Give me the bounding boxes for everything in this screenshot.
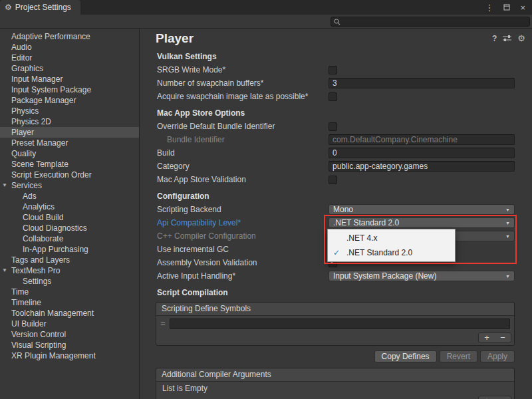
sidebar-item-settings[interactable]: Settings [0, 276, 139, 287]
sidebar-item-collaborate[interactable]: Collaborate [0, 233, 139, 244]
sidebar-item-label: Timeline [11, 298, 41, 307]
setting-row: Number of swapchain buffers* [140, 76, 532, 90]
active-input-dropdown[interactable]: Input System Package (New) ▼ [329, 271, 515, 281]
scripting-backend-dropdown[interactable]: Mono ▼ [329, 204, 515, 215]
sidebar-item-analytics[interactable]: Analytics [0, 201, 139, 212]
sidebar-item-scene-template[interactable]: Scene Template [0, 159, 139, 170]
gear-icon: ⚙ [5, 3, 12, 12]
sidebar-item-label: Visual Scripting [11, 340, 66, 350]
sidebar-item-ui-builder[interactable]: UI Builder [0, 319, 139, 329]
popup-item-label: .NET 4.x [346, 233, 377, 243]
section-vulkan-settings: Vulkan Settings SRGB Write Mode* Number … [140, 47, 532, 103]
build-field[interactable] [329, 148, 515, 158]
copy-defines-button[interactable]: Copy Defines [374, 350, 437, 362]
check-icon: ✓ [333, 248, 346, 257]
active-input-label: Active Input Handling* [140, 271, 329, 281]
search-toolbar [0, 15, 532, 29]
setting-row: Acquire swapchain image late as possible… [140, 90, 532, 103]
sidebar-item-label: Graphics [11, 64, 43, 73]
sidebar-item-services[interactable]: ▼Services [0, 180, 139, 191]
presets-icon[interactable] [503, 35, 511, 42]
foldout-open-icon[interactable]: ▼ [2, 265, 7, 276]
list-add-remove-buttons: + − [478, 396, 511, 399]
add-button[interactable]: + [479, 333, 495, 342]
section-header: Vulkan Settings [140, 50, 532, 63]
tab-project-settings[interactable]: ⚙ Project Settings [0, 0, 80, 15]
section-header: Script Compilation [140, 286, 532, 299]
sidebar-item-cloud-build[interactable]: Cloud Build [0, 212, 139, 223]
define-symbol-row: = [156, 316, 514, 332]
override-bundle-checkbox[interactable] [329, 122, 337, 131]
setting-row: SRGB Write Mode* [140, 63, 532, 76]
setting-row: Api Compatibility Level* .NET Standard 2… [140, 216, 532, 229]
bundle-identifier-field [329, 134, 515, 145]
incremental-gc-label: Use incremental GC [140, 245, 329, 254]
sidebar-item-label: Physics 2D [11, 117, 51, 126]
sidebar-item-audio[interactable]: Audio [0, 42, 139, 53]
sidebar-item-visual-scripting[interactable]: Visual Scripting [0, 340, 139, 350]
scripting-define-symbols-title: Scripting Define Symbols [156, 303, 514, 316]
sidebar-item-ads[interactable]: Ads [0, 191, 139, 201]
srgb-write-mode-label: SRGB Write Mode* [140, 65, 329, 74]
sidebar-item-tags-and-layers[interactable]: Tags and Layers [0, 255, 139, 265]
sidebar-item-quality[interactable]: Quality [0, 148, 139, 159]
remove-button[interactable]: − [495, 396, 511, 399]
sidebar-item-version-control[interactable]: Version Control [0, 329, 139, 340]
sidebar-item-cloud-diagnostics[interactable]: Cloud Diagnostics [0, 223, 139, 233]
bundle-identifier-label: Bundle Identifier [140, 135, 329, 144]
category-field[interactable] [329, 161, 515, 172]
player-settings-panel: Player ? ⚙ Vulkan Settings SRGB Write Mo… [140, 29, 532, 399]
window-menu-icon[interactable]: ⋮ [485, 3, 493, 13]
popup-item-net-4x[interactable]: .NET 4.x [328, 231, 455, 245]
popup-item-net-standard-20[interactable]: ✓ .NET Standard 2.0 [328, 245, 455, 260]
sidebar-item-label: Collaborate [23, 234, 63, 243]
sidebar-item-toolchain-management[interactable]: Toolchain Management [0, 308, 139, 319]
swapchain-buffers-field[interactable] [329, 78, 515, 88]
settings-scroll-area: Vulkan Settings SRGB Write Mode* Number … [140, 46, 532, 399]
api-compatibility-popup-menu: .NET 4.x ✓ .NET Standard 2.0 [327, 229, 456, 262]
sidebar-item-physics[interactable]: Physics [0, 106, 139, 116]
sidebar-item-physics-2d[interactable]: Physics 2D [0, 116, 139, 127]
sidebar-item-adaptive-performance[interactable]: Adaptive Performance [0, 31, 139, 42]
sidebar-item-preset-manager[interactable]: Preset Manager [0, 138, 139, 148]
sidebar-item-player[interactable]: Player [0, 127, 139, 138]
window-close-icon[interactable]: × [520, 3, 525, 13]
mac-validation-checkbox[interactable] [329, 176, 337, 184]
setting-row: Build [140, 146, 532, 160]
drag-handle-icon[interactable]: = [160, 319, 166, 329]
define-symbols-actions: Copy Defines Revert Apply [140, 350, 515, 362]
setting-row: Mac App Store Validation [140, 173, 532, 186]
srgb-write-mode-checkbox[interactable] [329, 66, 337, 74]
sidebar-item-input-manager[interactable]: Input Manager [0, 74, 139, 84]
sidebar-item-label: Input System Package [11, 85, 91, 94]
sidebar-item-label: Physics [11, 106, 39, 116]
section-header: Configuration [140, 190, 532, 203]
acquire-swapchain-checkbox[interactable] [329, 92, 337, 101]
sidebar-item-script-execution-order[interactable]: Script Execution Order [0, 170, 139, 180]
define-symbol-field[interactable] [170, 319, 510, 329]
sidebar-item-graphics[interactable]: Graphics [0, 63, 139, 74]
sidebar-item-package-manager[interactable]: Package Manager [0, 95, 139, 106]
foldout-open-icon[interactable]: ▼ [2, 180, 7, 191]
window-titlebar: ⚙ Project Settings ⋮ × [0, 0, 532, 15]
sidebar-item-input-system-package[interactable]: Input System Package [0, 84, 139, 95]
sidebar-item-timeline[interactable]: Timeline [0, 297, 139, 308]
chevron-down-icon: ▼ [505, 221, 510, 225]
settings-gear-icon[interactable]: ⚙ [517, 33, 525, 43]
window-maximize-icon[interactable] [503, 4, 510, 11]
section-script-compilation: Script Compilation Scripting Define Symb… [140, 283, 532, 399]
sidebar-item-label: Scene Template [11, 160, 68, 169]
sidebar-item-label: In-App Purchasing [23, 245, 88, 254]
api-compatibility-dropdown[interactable]: .NET Standard 2.0 ▼ [329, 217, 515, 228]
sidebar-item-xr-plugin-management[interactable]: XR Plugin Management [0, 350, 139, 361]
search-box[interactable] [331, 17, 530, 27]
sidebar-item-time[interactable]: Time [0, 287, 139, 297]
sidebar-item-textmesh-pro[interactable]: ▼TextMesh Pro [0, 265, 139, 276]
sidebar-item-in-app-purchasing[interactable]: In-App Purchasing [0, 244, 139, 255]
search-input[interactable] [343, 17, 527, 26]
remove-button[interactable]: − [495, 333, 511, 342]
help-icon[interactable]: ? [492, 34, 497, 43]
add-button[interactable]: + [479, 396, 495, 399]
sidebar-item-editor[interactable]: Editor [0, 53, 139, 63]
category-label: Category [140, 162, 329, 171]
